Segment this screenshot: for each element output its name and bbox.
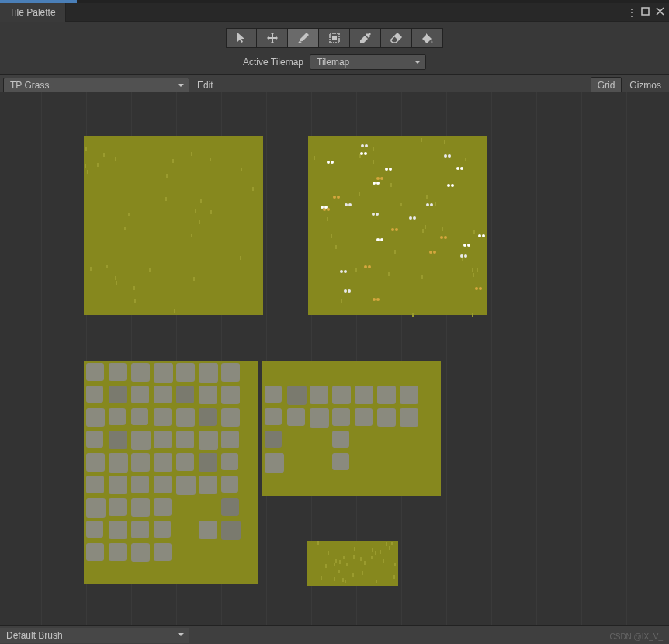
grid-cell	[132, 317, 177, 362]
tab-bar: Tile Palette ⋮	[0, 3, 669, 22]
tile-canvas[interactable]	[0, 95, 669, 617]
palette-dropdown[interactable]: TP Grass	[3, 78, 189, 93]
grid-cell	[492, 452, 537, 497]
tile-grass-b[interactable]	[308, 136, 487, 315]
grid-cell	[582, 452, 627, 497]
grid-cell	[42, 452, 87, 497]
grid-cell	[582, 272, 627, 317]
grid-cell	[42, 272, 87, 317]
fill-tool[interactable]	[412, 28, 443, 48]
grid-cell	[267, 317, 312, 362]
box-fill-tool[interactable]	[319, 28, 350, 48]
grid-cell	[402, 497, 447, 542]
grid-cell	[627, 182, 669, 227]
grid-cell	[447, 92, 492, 137]
tile-stone-a[interactable]	[84, 361, 258, 584]
grid-cell	[492, 92, 537, 137]
grid-cell	[402, 92, 447, 137]
grid-cell	[177, 92, 222, 137]
grid-cell	[0, 182, 42, 227]
grid-cell	[87, 92, 132, 137]
tile-stone-b[interactable]	[262, 361, 441, 496]
grid-cell	[537, 182, 582, 227]
grid-cell	[267, 182, 312, 227]
grid-cell	[582, 137, 627, 182]
grid-cell	[582, 182, 627, 227]
grid-cell	[312, 317, 357, 362]
tab-label: Tile Palette	[9, 7, 56, 18]
grid-cell	[627, 407, 669, 452]
grid-cell	[537, 317, 582, 362]
close-icon[interactable]	[656, 7, 664, 18]
tilemap-dropdown[interactable]: Tilemap	[310, 54, 426, 70]
paint-tool[interactable]	[288, 28, 319, 48]
grid-cell	[42, 317, 87, 362]
grid-cell	[0, 362, 42, 407]
grid-cell	[447, 407, 492, 452]
grid-cell	[447, 542, 492, 587]
grid-cell	[627, 452, 669, 497]
grid-cell	[537, 407, 582, 452]
grid-cell	[582, 92, 627, 137]
watermark: CSDN @IX_V_	[609, 632, 663, 641]
grid-cell	[627, 362, 669, 407]
move-tool[interactable]	[257, 28, 288, 48]
grid-cell	[492, 542, 537, 587]
grid-cell	[627, 92, 669, 137]
grid-cell	[627, 272, 669, 317]
select-tool[interactable]	[226, 28, 257, 48]
grid-cell	[492, 227, 537, 272]
edit-button[interactable]: Edit	[189, 80, 221, 91]
grid-cell	[492, 137, 537, 182]
grid-cell	[42, 542, 87, 587]
grid-cell	[582, 497, 627, 542]
grid-cell	[492, 497, 537, 542]
grid-cell	[42, 227, 87, 272]
grid-cell	[402, 317, 447, 362]
grid-cell	[447, 362, 492, 407]
grid-cell	[492, 182, 537, 227]
tab-tile-palette[interactable]: Tile Palette	[0, 3, 66, 22]
grid-cell	[492, 407, 537, 452]
maximize-icon[interactable]	[641, 7, 650, 18]
grid-cell	[492, 362, 537, 407]
grid-cell	[312, 497, 357, 542]
grid-cell	[537, 272, 582, 317]
kebab-icon[interactable]: ⋮	[627, 7, 635, 18]
grid-cell	[447, 317, 492, 362]
grid-cell	[537, 542, 582, 587]
grid-cell	[0, 317, 42, 362]
footer: Default Brush CSDN @IX_V_	[0, 625, 669, 644]
grid-cell	[627, 497, 669, 542]
grid-cell	[492, 317, 537, 362]
tile-grass-a[interactable]	[84, 136, 263, 315]
grid-cell	[312, 92, 357, 137]
grid-cell	[492, 272, 537, 317]
grid-cell	[357, 317, 402, 362]
grid-cell	[42, 182, 87, 227]
grid-cell	[42, 407, 87, 452]
grid-cell	[42, 497, 87, 542]
grid-cell	[87, 317, 132, 362]
eraser-tool[interactable]	[381, 28, 412, 48]
active-tilemap-label: Active Tilemap	[243, 57, 303, 68]
grid-cell	[537, 452, 582, 497]
grid-cell	[222, 317, 267, 362]
grid-cell	[402, 542, 447, 587]
tile-grass-c[interactable]	[307, 541, 398, 586]
brush-dropdown[interactable]: Default Brush	[0, 628, 189, 643]
grid-cell	[0, 407, 42, 452]
grid-toggle[interactable]: Grid	[591, 77, 622, 94]
gizmos-toggle[interactable]: Gizmos	[623, 77, 667, 94]
grid-cell	[0, 92, 42, 137]
picker-tool[interactable]	[350, 28, 381, 48]
grid-cell	[42, 362, 87, 407]
grid-cell	[132, 92, 177, 137]
toolbar-header: Active Tilemap Tilemap	[0, 22, 669, 75]
grid-cell	[582, 542, 627, 587]
svg-rect-2	[332, 36, 337, 40]
grid-cell	[177, 317, 222, 362]
grid-cell	[0, 497, 42, 542]
grid-cell	[267, 92, 312, 137]
grid-cell	[447, 497, 492, 542]
